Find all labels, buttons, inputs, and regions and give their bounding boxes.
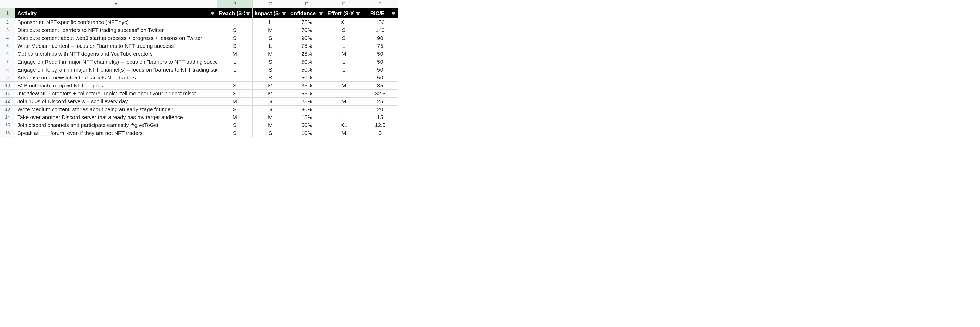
row-header-11[interactable]: 11 bbox=[0, 90, 15, 97]
rice-cell[interactable]: 35 bbox=[363, 82, 398, 90]
filter-icon[interactable] bbox=[282, 12, 286, 14]
effort-cell[interactable]: L bbox=[325, 74, 363, 82]
confidence-cell[interactable]: 65% bbox=[288, 90, 325, 97]
confidence-cell[interactable]: 50% bbox=[288, 66, 325, 74]
reach-cell[interactable]: M bbox=[217, 113, 253, 121]
activity-cell[interactable]: Write Medium content: stories about bein… bbox=[15, 105, 217, 113]
rice-cell[interactable]: 50 bbox=[363, 50, 398, 58]
row-header-5[interactable]: 5 bbox=[0, 42, 15, 50]
activity-cell[interactable]: Distribute content about web3 startup pr… bbox=[15, 34, 217, 42]
row-header-2[interactable]: 2 bbox=[0, 18, 15, 26]
row-header-7[interactable]: 7 bbox=[0, 58, 15, 66]
activity-cell[interactable]: Take over another Discord server that al… bbox=[15, 113, 217, 121]
activity-cell[interactable]: Sponsor an NFT-specific conference (NFT.… bbox=[15, 18, 217, 26]
row-header-16[interactable]: 16 bbox=[0, 129, 15, 137]
reach-cell[interactable]: S bbox=[217, 42, 253, 50]
rice-cell[interactable]: 20 bbox=[363, 105, 398, 113]
activity-cell[interactable]: Join 100s of Discord servers + schill ev… bbox=[15, 97, 217, 105]
confidence-cell[interactable]: 50% bbox=[288, 58, 325, 66]
column-header-B[interactable]: B bbox=[217, 0, 253, 8]
reach-cell[interactable]: L bbox=[217, 74, 253, 82]
impact-cell[interactable]: S bbox=[253, 129, 288, 137]
row-header-3[interactable]: 3 bbox=[0, 26, 15, 34]
reach-cell[interactable]: S bbox=[217, 105, 253, 113]
activity-cell[interactable]: B2B outreach to top 50 NFT degens bbox=[15, 82, 217, 90]
reach-cell[interactable]: L bbox=[217, 18, 253, 26]
column-header-D[interactable]: D bbox=[288, 0, 325, 8]
filter-icon[interactable] bbox=[355, 12, 360, 14]
filter-icon[interactable] bbox=[391, 12, 396, 14]
confidence-cell[interactable]: 50% bbox=[288, 121, 325, 129]
impact-cell[interactable]: M bbox=[253, 26, 288, 34]
effort-cell[interactable]: L bbox=[325, 90, 363, 97]
activity-cell[interactable]: Engage on Telegram in major NFT channel(… bbox=[15, 66, 217, 74]
confidence-cell[interactable]: 80% bbox=[288, 105, 325, 113]
reach-cell[interactable]: S bbox=[217, 34, 253, 42]
header-cell-E[interactable]: Effort (S-XL) bbox=[325, 8, 363, 18]
rice-cell[interactable]: 75 bbox=[363, 42, 398, 50]
effort-cell[interactable]: L bbox=[325, 105, 363, 113]
effort-cell[interactable]: L bbox=[325, 42, 363, 50]
row-header-1[interactable]: 1 bbox=[0, 8, 15, 18]
row-header-10[interactable]: 10 bbox=[0, 82, 15, 90]
effort-cell[interactable]: L bbox=[325, 66, 363, 74]
row-header-14[interactable]: 14 bbox=[0, 113, 15, 121]
activity-cell[interactable]: Get partnerships with NFT degens and You… bbox=[15, 50, 217, 58]
row-header-9[interactable]: 9 bbox=[0, 74, 15, 82]
rice-cell[interactable]: 32.5 bbox=[363, 90, 398, 97]
reach-cell[interactable]: S bbox=[217, 121, 253, 129]
header-cell-C[interactable]: Impact (S-XL) bbox=[253, 8, 288, 18]
header-cell-B[interactable]: Reach (S-XL) bbox=[217, 8, 253, 18]
activity-cell[interactable]: Advertise on a newsletter that targets N… bbox=[15, 74, 217, 82]
confidence-cell[interactable]: 15% bbox=[288, 113, 325, 121]
activity-cell[interactable]: Join discord channels and participate ea… bbox=[15, 121, 217, 129]
row-header-12[interactable]: 12 bbox=[0, 97, 15, 105]
confidence-cell[interactable]: 75% bbox=[288, 42, 325, 50]
select-all-corner[interactable] bbox=[0, 0, 15, 8]
column-header-A[interactable]: A bbox=[15, 0, 217, 8]
activity-cell[interactable]: Interview NFT creators + collectors. Top… bbox=[15, 90, 217, 97]
effort-cell[interactable]: M bbox=[325, 50, 363, 58]
header-cell-A[interactable]: Activity bbox=[15, 8, 217, 18]
confidence-cell[interactable]: 50% bbox=[288, 74, 325, 82]
confidence-cell[interactable]: 25% bbox=[288, 97, 325, 105]
effort-cell[interactable]: L bbox=[325, 58, 363, 66]
rice-cell[interactable]: 90 bbox=[363, 34, 398, 42]
rice-cell[interactable]: 50 bbox=[363, 66, 398, 74]
impact-cell[interactable]: M bbox=[253, 50, 288, 58]
rice-cell[interactable]: 5 bbox=[363, 129, 398, 137]
rice-cell[interactable]: 150 bbox=[363, 18, 398, 26]
filter-icon[interactable] bbox=[318, 12, 323, 14]
reach-cell[interactable]: S bbox=[217, 82, 253, 90]
row-header-15[interactable]: 15 bbox=[0, 121, 15, 129]
confidence-cell[interactable]: 75% bbox=[288, 18, 325, 26]
effort-cell[interactable]: L bbox=[325, 113, 363, 121]
rice-cell[interactable]: 25 bbox=[363, 97, 398, 105]
row-header-13[interactable]: 13 bbox=[0, 105, 15, 113]
activity-cell[interactable]: Speak at ___ forum, even if they are not… bbox=[15, 129, 217, 137]
impact-cell[interactable]: S bbox=[253, 34, 288, 42]
effort-cell[interactable]: XL bbox=[325, 121, 363, 129]
effort-cell[interactable]: S bbox=[325, 26, 363, 34]
activity-cell[interactable]: Distribute content "barriers to NFT trad… bbox=[15, 26, 217, 34]
effort-cell[interactable]: S bbox=[325, 34, 363, 42]
filter-icon[interactable] bbox=[210, 12, 215, 14]
header-cell-F[interactable]: RIC/E bbox=[363, 8, 398, 18]
impact-cell[interactable]: L bbox=[253, 18, 288, 26]
row-header-4[interactable]: 4 bbox=[0, 34, 15, 42]
reach-cell[interactable]: M bbox=[217, 50, 253, 58]
header-cell-D[interactable]: onfidence (%) bbox=[288, 8, 325, 18]
effort-cell[interactable]: M bbox=[325, 82, 363, 90]
impact-cell[interactable]: M bbox=[253, 113, 288, 121]
column-header-E[interactable]: E bbox=[325, 0, 363, 8]
confidence-cell[interactable]: 25% bbox=[288, 50, 325, 58]
row-header-6[interactable]: 6 bbox=[0, 50, 15, 58]
row-header-8[interactable]: 8 bbox=[0, 66, 15, 74]
reach-cell[interactable]: L bbox=[217, 58, 253, 66]
effort-cell[interactable]: XL bbox=[325, 18, 363, 26]
reach-cell[interactable]: S bbox=[217, 90, 253, 97]
spreadsheet-grid[interactable]: ABCDEF1ActivityReach (S-XL)Impact (S-XL)… bbox=[0, 0, 980, 137]
confidence-cell[interactable]: 35% bbox=[288, 82, 325, 90]
impact-cell[interactable]: S bbox=[253, 66, 288, 74]
reach-cell[interactable]: S bbox=[217, 26, 253, 34]
